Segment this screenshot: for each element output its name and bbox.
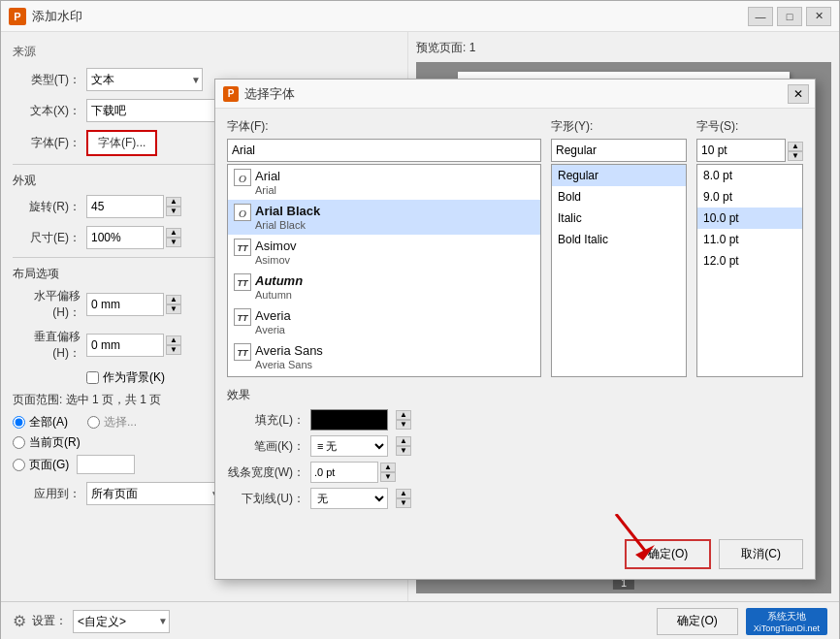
font-list-container: O Arial Arial bbox=[227, 164, 541, 377]
font-list-item-asimov[interactable]: TT Asimov Asimov bbox=[228, 235, 540, 270]
line-width-spinner: ▲ ▼ bbox=[380, 463, 396, 482]
size-col-label: 字号(S): bbox=[696, 118, 803, 135]
font-dialog-overlay: P 选择字体 ✕ 字体(F): bbox=[1, 1, 839, 638]
size-dialog-up[interactable]: ▲ bbox=[788, 142, 803, 151]
font-column: 字体(F): O Arial Arial bbox=[227, 118, 541, 377]
averia-font-name: Averia bbox=[255, 308, 291, 323]
size-dialog-input[interactable] bbox=[696, 139, 786, 162]
dialog-close-button[interactable]: ✕ bbox=[788, 84, 809, 104]
arial-black-font-name: Arial Black bbox=[255, 204, 320, 218]
font-list-item-averia-serif[interactable]: TT Averia Serif bbox=[228, 374, 540, 376]
fill-label: 填充(L)： bbox=[227, 412, 305, 429]
line-width-up[interactable]: ▲ bbox=[380, 463, 396, 472]
line-width-label: 线条宽度(W)： bbox=[227, 464, 305, 481]
font-list-item-autumn[interactable]: TT Autumn Autumn bbox=[228, 270, 540, 304]
style-list: Regular Bold Italic Bold Italic bbox=[551, 164, 687, 377]
stroke-row: 笔画(K)： ≡ 无 ▲ ▼ bbox=[227, 435, 803, 457]
size-9pt[interactable]: 9.0 pt bbox=[697, 186, 802, 208]
font-col-label: 字体(F): bbox=[227, 118, 541, 135]
autumn-font-sub: Autumn bbox=[255, 289, 303, 301]
font-list-item-averia-sans[interactable]: TT Averia Sans Averia Sans bbox=[228, 339, 540, 374]
fill-spinner: ▲ ▼ bbox=[396, 410, 411, 430]
font-list: O Arial Arial bbox=[228, 165, 540, 376]
underline-label: 下划线(U)： bbox=[227, 491, 305, 507]
underline-spinner: ▲ ▼ bbox=[396, 489, 411, 508]
dialog-body: 字体(F): O Arial Arial bbox=[215, 109, 815, 533]
svg-line-0 bbox=[616, 514, 645, 551]
style-col-label: 字形(Y): bbox=[551, 118, 687, 135]
averia-sans-font-sub: Averia Sans bbox=[255, 359, 323, 370]
line-width-input[interactable] bbox=[310, 462, 378, 483]
font-dialog: P 选择字体 ✕ 字体(F): bbox=[214, 79, 816, 580]
stroke-spinner: ▲ ▼ bbox=[396, 436, 411, 456]
dialog-columns: 字体(F): O Arial Arial bbox=[227, 118, 803, 377]
size-10pt[interactable]: 10.0 pt bbox=[697, 208, 802, 229]
line-width-down[interactable]: ▼ bbox=[380, 472, 396, 482]
underline-select[interactable]: 无 bbox=[310, 488, 388, 509]
size-list: 8.0 pt 9.0 pt 10.0 pt 11.0 pt 12.0 pt bbox=[696, 164, 803, 377]
stroke-select[interactable]: ≡ 无 bbox=[310, 435, 388, 457]
asimov-font-icon: TT bbox=[234, 239, 251, 256]
svg-marker-1 bbox=[635, 545, 655, 560]
size-12pt[interactable]: 12.0 pt bbox=[697, 250, 802, 272]
style-column: 字形(Y): Regular Bold Italic Bold Italic bbox=[551, 118, 687, 377]
asimov-font-name: Asimov bbox=[255, 239, 297, 253]
fill-color-box[interactable] bbox=[310, 409, 388, 431]
style-bold[interactable]: Bold bbox=[552, 186, 686, 208]
style-input[interactable] bbox=[551, 139, 687, 162]
arial-black-font-sub: Arial Black bbox=[255, 219, 320, 231]
font-name-input[interactable] bbox=[227, 139, 541, 162]
size-dialog-down[interactable]: ▼ bbox=[788, 151, 803, 161]
fill-row: 填充(L)： ▲ ▼ bbox=[227, 409, 803, 431]
style-regular[interactable]: Regular bbox=[552, 165, 686, 186]
arial-black-font-icon: O bbox=[234, 204, 251, 221]
size-dialog-spinner: ▲ ▼ bbox=[788, 142, 803, 161]
fill-up[interactable]: ▲ bbox=[396, 410, 411, 420]
arial-font-icon: O bbox=[234, 169, 251, 186]
dialog-title: 选择字体 bbox=[244, 85, 295, 103]
main-window: P 添加水印 — □ ✕ 来源 类型(T)： 文本 ▼ bbox=[0, 0, 840, 639]
font-list-item-arial[interactable]: O Arial Arial bbox=[228, 165, 540, 200]
averia-font-icon: TT bbox=[234, 308, 251, 326]
underline-up[interactable]: ▲ bbox=[396, 489, 411, 498]
red-arrow-indicator bbox=[606, 514, 664, 562]
averia-sans-font-name: Averia Sans bbox=[255, 343, 323, 358]
size-column: 字号(S): ▲ ▼ 8.0 pt 9.0 pt 10.0 pt bbox=[696, 118, 803, 377]
size-8pt[interactable]: 8.0 pt bbox=[697, 165, 802, 186]
effects-section: 效果 填充(L)： ▲ ▼ 笔画(K)： ≡ bbox=[227, 387, 803, 514]
stroke-down[interactable]: ▼ bbox=[396, 446, 411, 456]
style-italic[interactable]: Italic bbox=[552, 208, 686, 229]
dialog-cancel-button[interactable]: 取消(C) bbox=[719, 539, 803, 569]
underline-row: 下划线(U)： 无 ▲ ▼ bbox=[227, 488, 803, 509]
effects-label: 效果 bbox=[227, 387, 803, 403]
dialog-icon: P bbox=[223, 86, 239, 102]
autumn-font-icon: TT bbox=[234, 273, 251, 291]
style-bold-italic[interactable]: Bold Italic bbox=[552, 229, 686, 250]
stroke-label: 笔画(K)： bbox=[227, 438, 305, 455]
effects-content: 效果 填充(L)： ▲ ▼ 笔画(K)： ≡ bbox=[227, 387, 803, 514]
averia-sans-font-icon: TT bbox=[234, 343, 251, 361]
arial-font-sub: Arial bbox=[255, 184, 280, 196]
font-list-item-arial-black[interactable]: O Arial Black Arial Black bbox=[228, 200, 540, 235]
line-width-row: 线条宽度(W)： ▲ ▼ bbox=[227, 462, 803, 483]
underline-down[interactable]: ▼ bbox=[396, 498, 411, 508]
dialog-title-bar: P 选择字体 ✕ bbox=[215, 80, 815, 109]
size-11pt[interactable]: 11.0 pt bbox=[697, 229, 802, 250]
averia-font-sub: Averia bbox=[255, 324, 291, 335]
fill-down[interactable]: ▼ bbox=[396, 420, 411, 430]
dialog-footer: 确定(O) 取消(C) bbox=[215, 533, 815, 579]
stroke-up[interactable]: ▲ bbox=[396, 436, 411, 446]
arial-font-name: Arial bbox=[255, 169, 280, 183]
autumn-font-name: Autumn bbox=[255, 273, 303, 288]
font-list-item-averia[interactable]: TT Averia Averia bbox=[228, 304, 540, 339]
asimov-font-sub: Asimov bbox=[255, 254, 297, 266]
